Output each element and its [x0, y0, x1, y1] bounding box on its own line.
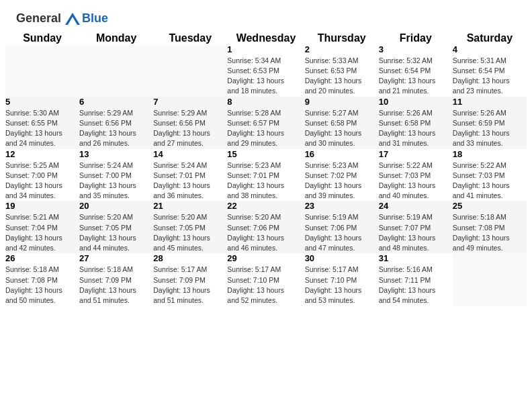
- calendar-cell: 12Sunrise: 5:25 AM Sunset: 7:00 PM Dayli…: [5, 149, 79, 201]
- day-header-sunday: Sunday: [5, 32, 79, 44]
- calendar-cell: 8Sunrise: 5:28 AM Sunset: 6:57 PM Daylig…: [227, 97, 304, 149]
- calendar-cell: 20Sunrise: 5:20 AM Sunset: 7:05 PM Dayli…: [79, 201, 153, 253]
- day-info: Sunrise: 5:26 AM Sunset: 6:59 PM Dayligh…: [453, 108, 527, 149]
- calendar-cell: 11Sunrise: 5:26 AM Sunset: 6:59 PM Dayli…: [453, 97, 527, 149]
- calendar-body: 1Sunrise: 5:34 AM Sunset: 6:53 PM Daylig…: [5, 44, 527, 306]
- day-info: Sunrise: 5:27 AM Sunset: 6:58 PM Dayligh…: [305, 108, 379, 149]
- day-info: Sunrise: 5:18 AM Sunset: 7:08 PM Dayligh…: [5, 265, 79, 306]
- calendar-cell: 10Sunrise: 5:26 AM Sunset: 6:58 PM Dayli…: [379, 97, 453, 149]
- calendar-cell: 13Sunrise: 5:24 AM Sunset: 7:00 PM Dayli…: [79, 149, 153, 201]
- day-number: 30: [305, 253, 379, 263]
- day-info: Sunrise: 5:20 AM Sunset: 7:05 PM Dayligh…: [79, 212, 153, 253]
- day-header-tuesday: Tuesday: [153, 32, 227, 44]
- day-header-friday: Friday: [379, 32, 453, 44]
- day-number: 8: [227, 97, 304, 107]
- day-info: Sunrise: 5:20 AM Sunset: 7:05 PM Dayligh…: [153, 212, 227, 253]
- day-info: Sunrise: 5:23 AM Sunset: 7:01 PM Dayligh…: [227, 161, 304, 201]
- day-info: Sunrise: 5:34 AM Sunset: 6:53 PM Dayligh…: [227, 56, 304, 97]
- calendar-cell: 2Sunrise: 5:33 AM Sunset: 6:53 PM Daylig…: [305, 44, 379, 97]
- day-number: 3: [379, 44, 453, 54]
- logo-general: General: [16, 11, 61, 25]
- calendar-cell: 14Sunrise: 5:24 AM Sunset: 7:01 PM Dayli…: [153, 149, 227, 201]
- day-number: 19: [5, 201, 79, 211]
- calendar-cell: 3Sunrise: 5:32 AM Sunset: 6:54 PM Daylig…: [379, 44, 453, 97]
- day-info: Sunrise: 5:17 AM Sunset: 7:09 PM Dayligh…: [153, 265, 227, 306]
- calendar-cell: 18Sunrise: 5:22 AM Sunset: 7:03 PM Dayli…: [453, 149, 527, 201]
- day-header-monday: Monday: [79, 32, 153, 44]
- day-number: 16: [305, 149, 379, 159]
- logo-icon: [65, 13, 80, 25]
- day-info: Sunrise: 5:29 AM Sunset: 6:56 PM Dayligh…: [153, 108, 227, 149]
- calendar-cell: [453, 253, 527, 306]
- day-number: 14: [153, 149, 227, 159]
- day-info: Sunrise: 5:17 AM Sunset: 7:10 PM Dayligh…: [227, 265, 304, 306]
- day-number: 20: [79, 201, 153, 211]
- day-info: Sunrise: 5:33 AM Sunset: 6:53 PM Dayligh…: [305, 56, 379, 97]
- day-info: Sunrise: 5:25 AM Sunset: 7:00 PM Dayligh…: [5, 161, 79, 201]
- calendar-cell: 17Sunrise: 5:22 AM Sunset: 7:03 PM Dayli…: [379, 149, 453, 201]
- day-number: 17: [379, 149, 453, 159]
- day-info: Sunrise: 5:18 AM Sunset: 7:08 PM Dayligh…: [453, 212, 527, 253]
- calendar-cell: [153, 44, 227, 97]
- calendar-cell: [79, 44, 153, 97]
- calendar-cell: 22Sunrise: 5:20 AM Sunset: 7:06 PM Dayli…: [227, 201, 304, 253]
- calendar-cell: 19Sunrise: 5:21 AM Sunset: 7:04 PM Dayli…: [5, 201, 79, 253]
- day-info: Sunrise: 5:16 AM Sunset: 7:11 PM Dayligh…: [379, 265, 453, 306]
- calendar-week-3: 12Sunrise: 5:25 AM Sunset: 7:00 PM Dayli…: [5, 149, 527, 201]
- day-info: Sunrise: 5:29 AM Sunset: 6:56 PM Dayligh…: [79, 108, 153, 149]
- calendar-cell: 1Sunrise: 5:34 AM Sunset: 6:53 PM Daylig…: [227, 44, 304, 97]
- calendar-cell: 23Sunrise: 5:19 AM Sunset: 7:06 PM Dayli…: [305, 201, 379, 253]
- logo-blue: Blue: [82, 11, 108, 25]
- day-number: 29: [227, 253, 304, 263]
- day-info: Sunrise: 5:20 AM Sunset: 7:06 PM Dayligh…: [227, 212, 304, 253]
- calendar-cell: 24Sunrise: 5:19 AM Sunset: 7:07 PM Dayli…: [379, 201, 453, 253]
- day-number: 4: [453, 44, 527, 54]
- day-info: Sunrise: 5:23 AM Sunset: 7:02 PM Dayligh…: [305, 161, 379, 201]
- day-number: 11: [453, 97, 527, 107]
- day-number: 6: [79, 97, 153, 107]
- calendar-cell: 15Sunrise: 5:23 AM Sunset: 7:01 PM Dayli…: [227, 149, 304, 201]
- day-header-thursday: Thursday: [305, 32, 379, 44]
- day-number: 15: [227, 149, 304, 159]
- calendar-cell: 27Sunrise: 5:18 AM Sunset: 7:09 PM Dayli…: [79, 253, 153, 306]
- day-header-saturday: Saturday: [453, 32, 527, 44]
- day-number: 9: [305, 97, 379, 107]
- page-header: General Blue: [0, 0, 532, 32]
- day-info: Sunrise: 5:21 AM Sunset: 7:04 PM Dayligh…: [5, 212, 79, 253]
- day-info: Sunrise: 5:18 AM Sunset: 7:09 PM Dayligh…: [79, 265, 153, 306]
- day-info: Sunrise: 5:26 AM Sunset: 6:58 PM Dayligh…: [379, 108, 453, 149]
- day-number: 12: [5, 149, 79, 159]
- calendar-cell: 5Sunrise: 5:30 AM Sunset: 6:55 PM Daylig…: [5, 97, 79, 149]
- day-number: 24: [379, 201, 453, 211]
- calendar-cell: 31Sunrise: 5:16 AM Sunset: 7:11 PM Dayli…: [379, 253, 453, 306]
- calendar-cell: 4Sunrise: 5:31 AM Sunset: 6:54 PM Daylig…: [453, 44, 527, 97]
- day-number: 23: [305, 201, 379, 211]
- logo: General Blue: [16, 12, 108, 26]
- calendar-cell: 6Sunrise: 5:29 AM Sunset: 6:56 PM Daylig…: [79, 97, 153, 149]
- calendar-cell: 7Sunrise: 5:29 AM Sunset: 6:56 PM Daylig…: [153, 97, 227, 149]
- day-info: Sunrise: 5:19 AM Sunset: 7:07 PM Dayligh…: [379, 212, 453, 253]
- calendar-cell: 26Sunrise: 5:18 AM Sunset: 7:08 PM Dayli…: [5, 253, 79, 306]
- calendar-week-2: 5Sunrise: 5:30 AM Sunset: 6:55 PM Daylig…: [5, 97, 527, 149]
- calendar-cell: 28Sunrise: 5:17 AM Sunset: 7:09 PM Dayli…: [153, 253, 227, 306]
- day-info: Sunrise: 5:24 AM Sunset: 7:01 PM Dayligh…: [153, 161, 227, 201]
- day-number: 1: [227, 44, 304, 54]
- day-number: 25: [453, 201, 527, 211]
- calendar-cell: 25Sunrise: 5:18 AM Sunset: 7:08 PM Dayli…: [453, 201, 527, 253]
- day-number: 26: [5, 253, 79, 263]
- day-header-wednesday: Wednesday: [227, 32, 304, 44]
- calendar-cell: 21Sunrise: 5:20 AM Sunset: 7:05 PM Dayli…: [153, 201, 227, 253]
- day-info: Sunrise: 5:30 AM Sunset: 6:55 PM Dayligh…: [5, 108, 79, 149]
- day-info: Sunrise: 5:22 AM Sunset: 7:03 PM Dayligh…: [453, 161, 527, 201]
- day-number: 22: [227, 201, 304, 211]
- day-info: Sunrise: 5:17 AM Sunset: 7:10 PM Dayligh…: [305, 265, 379, 306]
- calendar-wrapper: SundayMondayTuesdayWednesdayThursdayFrid…: [0, 32, 532, 311]
- day-number: 10: [379, 97, 453, 107]
- day-number: 28: [153, 253, 227, 263]
- day-info: Sunrise: 5:32 AM Sunset: 6:54 PM Dayligh…: [379, 56, 453, 97]
- day-number: 18: [453, 149, 527, 159]
- day-number: 13: [79, 149, 153, 159]
- calendar-cell: 9Sunrise: 5:27 AM Sunset: 6:58 PM Daylig…: [305, 97, 379, 149]
- calendar-week-5: 26Sunrise: 5:18 AM Sunset: 7:08 PM Dayli…: [5, 253, 527, 306]
- day-number: 31: [379, 253, 453, 263]
